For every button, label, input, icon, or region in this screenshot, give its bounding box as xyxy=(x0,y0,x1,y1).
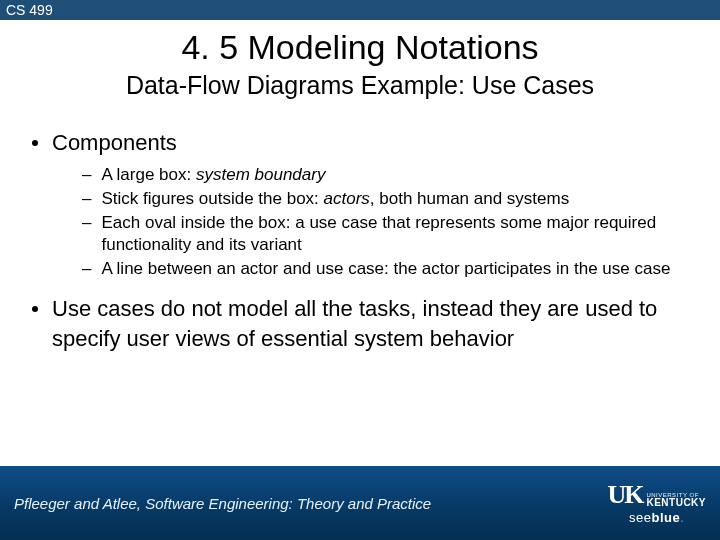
list-item: – A line between an actor and use case: … xyxy=(82,258,692,280)
dash-icon: – xyxy=(82,258,91,280)
bullet-icon xyxy=(32,140,38,146)
slide-body: Components – A large box: system boundar… xyxy=(28,128,692,354)
bullet-text: Components xyxy=(52,128,177,158)
dash-icon: – xyxy=(82,164,91,186)
course-header: CS 499 xyxy=(0,0,720,20)
course-code: CS 499 xyxy=(6,2,53,18)
list-item: – Each oval inside the box: a use case t… xyxy=(82,212,692,256)
sub-bullet-text: A line between an actor and use case: th… xyxy=(101,258,670,280)
uk-logo-mark: UK UNIVERSITY OF KENTUCKY xyxy=(607,482,706,508)
list-item: Components xyxy=(28,128,692,158)
dash-icon: – xyxy=(82,212,91,234)
slide-title: 4. 5 Modeling Notations xyxy=(0,28,720,67)
dash-icon: – xyxy=(82,188,91,210)
list-item: – A large box: system boundary xyxy=(82,164,692,186)
bullet-icon xyxy=(32,306,38,312)
tagline: seeblue. xyxy=(629,510,684,525)
uk-wordmark: UNIVERSITY OF KENTUCKY xyxy=(646,492,706,508)
footer-citation: Pfleeger and Atlee, Software Engineering… xyxy=(14,495,431,512)
sub-bullet-text: A large box: system boundary xyxy=(101,164,325,186)
footer-bar: Pfleeger and Atlee, Software Engineering… xyxy=(0,466,720,540)
bullet-text: Use cases do not model all the tasks, in… xyxy=(52,294,692,353)
list-item: Use cases do not model all the tasks, in… xyxy=(28,294,692,353)
sub-bullet-text: Stick figures outside the box: actors, b… xyxy=(101,188,569,210)
uk-monogram: UK xyxy=(607,482,642,508)
list-item: – Stick figures outside the box: actors,… xyxy=(82,188,692,210)
university-logo: UK UNIVERSITY OF KENTUCKY seeblue. xyxy=(607,482,706,525)
title-block: 4. 5 Modeling Notations Data-Flow Diagra… xyxy=(0,28,720,100)
slide-subtitle: Data-Flow Diagrams Example: Use Cases xyxy=(0,71,720,100)
sub-list: – A large box: system boundary – Stick f… xyxy=(82,164,692,280)
sub-bullet-text: Each oval inside the box: a use case tha… xyxy=(101,212,692,256)
